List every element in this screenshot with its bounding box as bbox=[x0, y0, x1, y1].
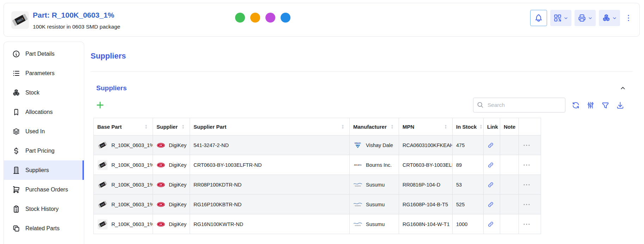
column-header[interactable]: Note bbox=[500, 118, 519, 135]
note-cell bbox=[500, 155, 519, 175]
currency-dollar-icon bbox=[12, 147, 20, 155]
chevron-down-icon bbox=[563, 16, 569, 21]
row-actions-button[interactable] bbox=[522, 220, 531, 228]
row-actions-button[interactable] bbox=[522, 161, 531, 169]
base-part-name: R_100K_0603_1% bbox=[111, 162, 153, 168]
copy-icon bbox=[12, 224, 20, 233]
row-actions-button[interactable] bbox=[522, 141, 531, 150]
shopping-cart-icon bbox=[12, 185, 20, 194]
sidebar-item-allocations[interactable]: Allocations bbox=[4, 102, 84, 122]
part-thumbnail: 0603 bbox=[97, 179, 108, 190]
sidebar-item-part-pricing[interactable]: Part Pricing bbox=[4, 141, 84, 160]
note-cell bbox=[500, 175, 519, 195]
column-header-label: Supplier Part bbox=[194, 124, 226, 130]
column-header[interactable]: MPN bbox=[399, 118, 453, 135]
column-header-label: Supplier bbox=[157, 124, 178, 130]
download-button[interactable] bbox=[616, 101, 625, 110]
manufacturer-name: Susumu bbox=[366, 182, 385, 188]
sidebar-item-purchase-orders[interactable]: Purchase Orders bbox=[4, 180, 84, 199]
supplier-part-row[interactable]: 0603 R_100K_0603_1% DK DigiKey RG16P100K… bbox=[94, 195, 541, 214]
badge-on-order bbox=[281, 13, 290, 23]
column-settings-button[interactable] bbox=[586, 101, 595, 110]
sidebar-item-stock[interactable]: Stock bbox=[4, 83, 84, 102]
filter-icon bbox=[601, 101, 610, 110]
column-header[interactable] bbox=[519, 118, 541, 135]
column-header[interactable]: In Stock bbox=[453, 118, 484, 135]
sort-icon[interactable] bbox=[389, 124, 395, 130]
manufacturer-name: Susumu bbox=[366, 221, 385, 227]
packages-icon bbox=[602, 13, 611, 23]
row-actions-button[interactable] bbox=[522, 181, 531, 189]
supplier-part-row[interactable]: 0603 R_100K_0603_1% DK DigiKey RG16N100K… bbox=[94, 214, 541, 234]
svg-text:VISHAY.: VISHAY. bbox=[355, 142, 362, 144]
external-link-icon[interactable] bbox=[487, 221, 494, 228]
page-title: Suppliers bbox=[91, 51, 644, 61]
base-part-name: R_100K_0603_1% bbox=[111, 182, 153, 188]
part-thumbnail: 0603 bbox=[97, 140, 108, 151]
refresh-button[interactable] bbox=[571, 101, 580, 110]
column-header[interactable]: Supplier bbox=[153, 118, 190, 135]
divider bbox=[91, 71, 633, 72]
notifications-button[interactable] bbox=[530, 10, 547, 26]
bookmark-icon bbox=[12, 108, 20, 116]
more-options-button[interactable] bbox=[623, 10, 634, 26]
sidebar-item-label: Allocations bbox=[25, 109, 53, 115]
part-description: 100K resistor in 0603 SMD package bbox=[33, 24, 120, 30]
search-input[interactable] bbox=[473, 98, 565, 112]
sort-icon[interactable] bbox=[340, 124, 346, 130]
column-header[interactable]: Link bbox=[484, 118, 500, 135]
vishay-logo: VISHAY. bbox=[353, 141, 362, 149]
badge-required bbox=[265, 13, 275, 23]
base-part-name: R_100K_0603_1% bbox=[111, 221, 153, 227]
svg-text:DK: DK bbox=[160, 144, 163, 146]
supplier-part-row[interactable]: 0603 R_100K_0603_1% DK DigiKey RR08P100K… bbox=[94, 175, 541, 195]
suppliers-panel-header: Suppliers bbox=[96, 84, 626, 92]
column-header[interactable]: Supplier Part bbox=[190, 118, 350, 135]
digikey-logo: DK bbox=[157, 162, 165, 168]
sidebar-item-parameters[interactable]: Parameters bbox=[4, 63, 84, 83]
column-header-label: Note bbox=[504, 124, 515, 130]
supplier-name: DigiKey bbox=[169, 182, 186, 188]
part-thumbnail[interactable]: 0603 bbox=[11, 11, 29, 29]
collapse-panel-button[interactable] bbox=[619, 85, 626, 92]
sidebar-item-related-parts[interactable]: Related Parts bbox=[4, 219, 84, 238]
supplier-part-sku: RG16N100KWTR-ND bbox=[190, 214, 350, 234]
external-link-icon[interactable] bbox=[487, 181, 494, 188]
sidebar-item-part-details[interactable]: Part Details bbox=[4, 44, 84, 63]
list-icon bbox=[12, 69, 20, 78]
sort-icon[interactable] bbox=[143, 124, 149, 130]
barcode-actions-button[interactable] bbox=[550, 10, 571, 26]
stock-badges bbox=[235, 13, 290, 23]
part-header-card: 0603 Part: R_100K_0603_1% 100K resistor … bbox=[4, 3, 640, 37]
column-header[interactable]: Base Part bbox=[94, 118, 153, 135]
table-header-row: Base Part Supplier Supplier Part bbox=[94, 118, 541, 135]
sidebar-item-label: Stock bbox=[25, 90, 39, 96]
supplier-parts-table: Base Part Supplier Supplier Part bbox=[93, 118, 541, 234]
sort-icon[interactable] bbox=[478, 124, 483, 130]
mpn-value: CRT0603-BY-1003ELF bbox=[399, 155, 453, 175]
sort-icon[interactable] bbox=[180, 124, 186, 130]
column-header[interactable]: Manufacturer bbox=[350, 118, 399, 135]
stock-actions-button[interactable] bbox=[599, 10, 620, 26]
external-link-icon[interactable] bbox=[487, 201, 494, 208]
supplier-part-row[interactable]: 0603 R_100K_0603_1% DK DigiKey 541-3247-… bbox=[94, 135, 541, 155]
filter-button[interactable] bbox=[601, 101, 610, 110]
external-link-icon[interactable] bbox=[487, 161, 494, 169]
supplier-name: DigiKey bbox=[169, 162, 186, 168]
supplier-name: DigiKey bbox=[169, 221, 186, 227]
dots-vertical-icon bbox=[624, 13, 633, 23]
sidebar-item-stock-history[interactable]: Stock History bbox=[4, 199, 84, 219]
external-link-icon[interactable] bbox=[487, 142, 494, 149]
row-actions-button[interactable] bbox=[522, 200, 531, 209]
svg-text:DK: DK bbox=[160, 203, 163, 205]
susumu-logo: susumu bbox=[353, 201, 362, 208]
supplier-part-row[interactable]: 0603 R_100K_0603_1% DK DigiKey CRT0603-B… bbox=[94, 155, 541, 175]
sidebar-item-used-in[interactable]: Used In bbox=[4, 122, 84, 141]
in-stock-value: 475 bbox=[453, 135, 484, 155]
sort-icon[interactable] bbox=[443, 124, 449, 130]
add-supplier-part-button[interactable] bbox=[95, 100, 105, 110]
column-header-label: In Stock bbox=[456, 124, 477, 130]
mpn-value: RG1608N-104-W-T1 bbox=[399, 214, 453, 234]
print-actions-button[interactable] bbox=[575, 10, 596, 26]
sidebar-item-suppliers[interactable]: Suppliers bbox=[4, 160, 84, 180]
